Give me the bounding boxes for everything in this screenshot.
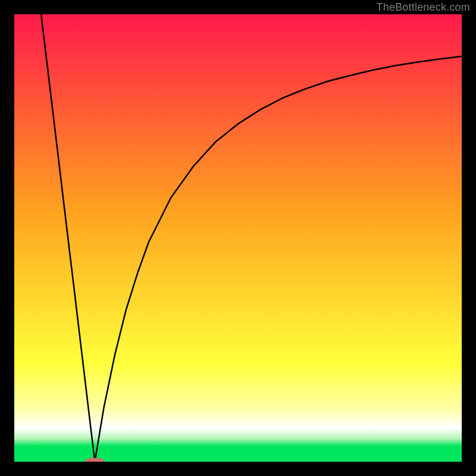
chart-canvas — [14, 14, 462, 462]
watermark-text: TheBottleneck.com — [377, 1, 470, 14]
chart-frame: TheBottleneck.com — [0, 0, 476, 476]
gradient-background — [14, 14, 462, 462]
